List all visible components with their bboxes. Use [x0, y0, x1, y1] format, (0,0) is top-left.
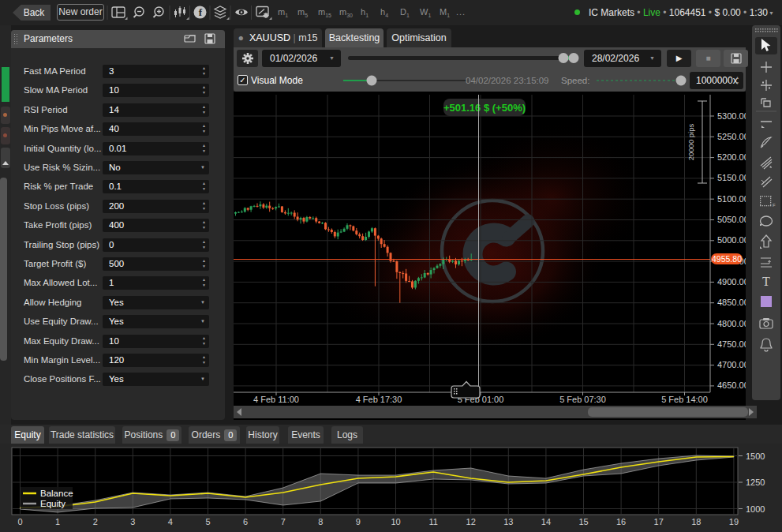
- svg-text:5050.00: 5050.00: [717, 215, 746, 224]
- svg-text:5100.00: 5100.00: [717, 194, 746, 204]
- svg-text:4800.00: 4800.00: [717, 319, 746, 328]
- svg-text:4650.00: 4650.00: [717, 380, 746, 390]
- svg-text:5200.00: 5200.00: [717, 152, 746, 162]
- svg-text:Equity: Equity: [40, 499, 65, 508]
- svg-text:7: 7: [281, 517, 286, 526]
- svg-text:f: f: [199, 6, 203, 18]
- svg-text:5 Feb 07:30: 5 Feb 07:30: [559, 395, 606, 404]
- svg-text:1000: 1000: [746, 504, 765, 514]
- svg-text:5300.00: 5300.00: [717, 111, 746, 121]
- svg-text:10: 10: [391, 517, 400, 526]
- svg-text:4955.80: 4955.80: [712, 254, 742, 264]
- svg-text:4700.00: 4700.00: [717, 360, 746, 369]
- svg-text:Balance: Balance: [40, 489, 73, 498]
- svg-text:+501.16 $ (+50%): +501.16 $ (+50%): [443, 102, 526, 114]
- svg-text:5 Feb 14:00: 5 Feb 14:00: [661, 395, 708, 404]
- svg-text:12: 12: [466, 517, 476, 526]
- svg-text:3: 3: [130, 517, 135, 526]
- svg-text:11: 11: [428, 517, 437, 526]
- svg-text:18: 18: [691, 517, 701, 526]
- svg-text:14: 14: [541, 517, 551, 526]
- svg-text:5250.00: 5250.00: [717, 132, 746, 141]
- svg-text:13: 13: [503, 517, 513, 526]
- svg-text:4: 4: [168, 517, 173, 526]
- svg-text:4750.00: 4750.00: [717, 339, 746, 349]
- svg-text:20000 pips: 20000 pips: [687, 124, 695, 161]
- svg-text:5150.00: 5150.00: [717, 173, 746, 182]
- svg-text:5: 5: [205, 517, 210, 526]
- svg-text:19: 19: [729, 517, 739, 526]
- svg-text:0: 0: [17, 517, 22, 526]
- svg-text:16: 16: [616, 517, 626, 526]
- svg-text:4850.00: 4850.00: [717, 298, 746, 307]
- svg-text:4 Feb 17:30: 4 Feb 17:30: [356, 395, 402, 404]
- svg-text:4900.00: 4900.00: [717, 277, 746, 287]
- svg-text:8: 8: [318, 517, 323, 526]
- svg-text:1: 1: [55, 517, 60, 526]
- svg-text:15: 15: [578, 517, 588, 526]
- svg-text:2: 2: [93, 517, 98, 526]
- svg-text:4 Feb 11:00: 4 Feb 11:00: [253, 395, 299, 404]
- svg-text:1250: 1250: [746, 478, 765, 487]
- svg-text:6: 6: [243, 517, 248, 526]
- svg-text:5000.00: 5000.00: [717, 235, 746, 245]
- svg-text:1500: 1500: [746, 451, 765, 461]
- svg-text:17: 17: [654, 517, 664, 526]
- svg-text:9: 9: [356, 517, 361, 526]
